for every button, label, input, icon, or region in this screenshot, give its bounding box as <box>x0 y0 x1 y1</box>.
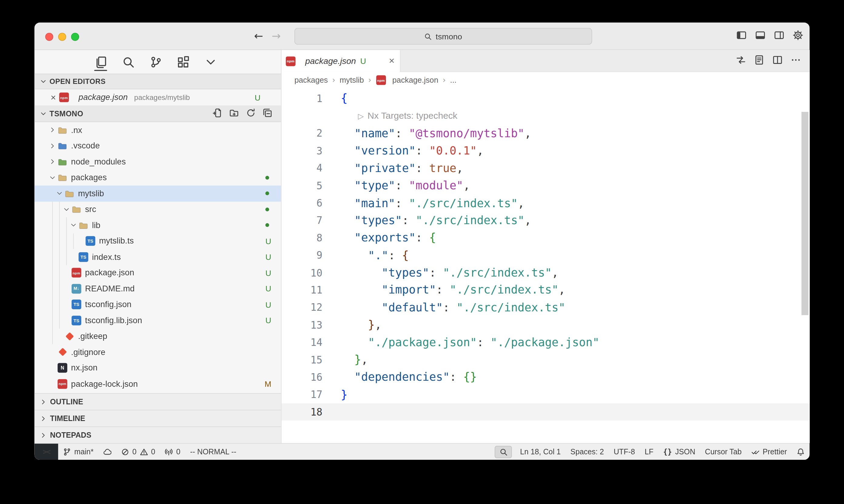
chevron-right-icon[interactable] <box>47 142 57 149</box>
toggle-secondary-sidebar-button[interactable] <box>774 30 784 42</box>
tab-package-json[interactable]: npm package.json U × <box>282 50 400 72</box>
scrollbar[interactable] <box>802 112 809 315</box>
code-editor[interactable]: 1{▷Nx Targets: typecheck2 "name": "@tsmo… <box>282 88 810 443</box>
close-button[interactable] <box>45 32 53 41</box>
status-cursor-position[interactable]: Ln 18, Col 1 <box>515 444 566 460</box>
code-line-11[interactable]: 11 "import": "./src/index.ts", <box>282 282 810 299</box>
code-line-14[interactable]: 14 "./package.json": "./package.json" <box>282 334 810 352</box>
forward-icon[interactable]: → <box>272 30 281 43</box>
status-ports[interactable]: 0 <box>160 444 185 460</box>
status-encoding[interactable]: UTF-8 <box>609 444 640 460</box>
explorer-header[interactable]: TSMONO <box>35 105 281 122</box>
settings-button[interactable] <box>793 30 803 42</box>
code-line-5[interactable]: 5 "type": "module", <box>282 177 810 195</box>
code-line-15[interactable]: 15 }, <box>282 351 810 368</box>
close-tab-icon[interactable]: × <box>389 55 395 67</box>
tree-item--gitkeep[interactable]: .gitkeep <box>35 328 281 344</box>
code-line-8[interactable]: 8 "exports": { <box>282 229 810 247</box>
open-editor-item[interactable]: × npm package.json packages/mytslib U <box>35 89 281 105</box>
tree-item-package-lock-json[interactable]: npmpackage-lock.jsonM <box>35 376 281 392</box>
tree-item-readme-md[interactable]: M↓README.mdU <box>35 281 281 296</box>
toggle-primary-sidebar-button[interactable] <box>736 30 747 42</box>
tree-item-index-ts[interactable]: TSindex.tsU <box>35 249 281 265</box>
code-line-16[interactable]: 16 "dependencies": {} <box>282 368 810 386</box>
tree-item-tsconfig-json[interactable]: TStsconfig.jsonU <box>35 296 281 312</box>
chevron-right-icon[interactable] <box>47 158 57 165</box>
tree-item--vscode[interactable]: .vscode <box>35 138 281 154</box>
code-line-18[interactable]: 18 <box>282 403 810 421</box>
code-line-12[interactable]: 12 "default": "./src/index.ts" <box>282 299 810 317</box>
code-line-9[interactable]: 9 ".": { <box>282 247 810 264</box>
status-publish-changes[interactable] <box>99 444 116 460</box>
chevron-down-icon[interactable] <box>54 190 64 197</box>
tree-item-package-json[interactable]: npmpackage.jsonU <box>35 265 281 281</box>
tree-item-node-modules[interactable]: node_modules <box>35 154 281 169</box>
section-outline[interactable]: OUTLINE <box>35 393 281 410</box>
status-formatter[interactable]: Prettier <box>746 444 792 460</box>
tree-item--nx[interactable]: .nx <box>35 122 281 138</box>
breadcrumb-item-package-json[interactable]: npmpackage.json <box>376 75 438 85</box>
tree-item--gitignore[interactable]: .gitignore <box>35 344 281 360</box>
status-vim-mode[interactable]: -- NORMAL -- <box>185 444 241 460</box>
tree-item-nx-json[interactable]: Nnx.json <box>35 360 281 376</box>
chevron-right-icon[interactable] <box>47 127 57 133</box>
tree-item-tsconfig-lib-json[interactable]: TStsconfig.lib.jsonU <box>35 312 281 328</box>
code-line-13[interactable]: 13 }, <box>282 316 810 334</box>
section-notepads[interactable]: NOTEPADS <box>35 427 281 443</box>
code-line-1[interactable]: 1{ <box>282 90 810 108</box>
close-editor-icon[interactable]: × <box>51 93 56 102</box>
chevron-down-icon[interactable] <box>61 206 71 213</box>
code-line-6[interactable]: 6 "main": "./src/index.ts", <box>282 195 810 212</box>
status-remote-indicator[interactable]: >< <box>35 444 58 460</box>
tree-item-packages[interactable]: packages <box>35 169 281 185</box>
status-eol[interactable]: LF <box>640 444 658 460</box>
tree-item-mytslib[interactable]: mytslib <box>35 186 281 201</box>
collapse-folders-button[interactable] <box>262 108 272 119</box>
new-folder-button[interactable] <box>229 108 239 119</box>
toggle-panel-button[interactable] <box>755 30 765 42</box>
section-timeline[interactable]: TIMELINE <box>35 410 281 427</box>
zoom-button[interactable] <box>71 32 79 41</box>
activity-search[interactable] <box>121 52 135 71</box>
more-icon <box>791 55 801 65</box>
command-center-search[interactable]: tsmono <box>294 28 592 44</box>
status-cursor-tab[interactable]: Cursor Tab <box>700 444 746 460</box>
refresh-explorer-button[interactable] <box>246 108 256 119</box>
code-line-3[interactable]: 3 "version": "0.0.1", <box>282 142 810 160</box>
compare-changes-icon[interactable] <box>736 55 746 67</box>
chevron-down-icon[interactable] <box>68 222 78 229</box>
split-editor-icon[interactable] <box>773 55 783 67</box>
breadcrumb-item--[interactable]: ... <box>450 76 456 84</box>
status-language-mode[interactable]: {}JSON <box>658 444 700 460</box>
code-line-4[interactable]: 4 "private": true, <box>282 160 810 177</box>
breadcrumb-item-mytslib[interactable]: mytslib <box>340 76 364 84</box>
status-notifications[interactable] <box>792 444 810 460</box>
ts-icon: TS <box>71 316 82 325</box>
new-file-button[interactable] <box>212 108 222 119</box>
status-indentation[interactable]: Spaces: 2 <box>566 444 609 460</box>
code-line-10[interactable]: 10 "types": "./src/index.ts", <box>282 264 810 282</box>
tree-item-mytslib-ts[interactable]: TSmytslib.tsU <box>35 233 281 249</box>
activity-additional-views[interactable] <box>203 52 217 71</box>
code-line-7[interactable]: 7 "types": "./src/index.ts", <box>282 212 810 229</box>
breadcrumb-item-packages[interactable]: packages <box>294 76 328 84</box>
status-git-branch[interactable]: main* <box>58 444 99 460</box>
more-actions-icon[interactable] <box>791 55 801 67</box>
git-status-badge: U <box>265 252 271 262</box>
tree-item-lib[interactable]: lib <box>35 217 281 233</box>
minimize-button[interactable] <box>58 32 66 41</box>
activity-extensions[interactable] <box>176 52 190 71</box>
back-icon[interactable]: ← <box>254 30 263 43</box>
line-number: 13 <box>282 319 323 330</box>
open-editors-header[interactable]: OPEN EDITORS <box>35 74 281 89</box>
tree-item-src[interactable]: src <box>35 201 281 217</box>
code-line-17[interactable]: 17} <box>282 386 810 403</box>
status-screencast-zoom[interactable] <box>495 446 512 458</box>
open-changes-icon[interactable] <box>754 55 764 67</box>
status-problems[interactable]: 00 <box>116 444 160 460</box>
activity-explorer[interactable] <box>94 52 108 71</box>
code-line-2[interactable]: 2 "name": "@tsmono/mytslib", <box>282 125 810 142</box>
activity-source-control[interactable] <box>149 52 162 71</box>
codelens[interactable]: ▷Nx Targets: typecheck <box>282 107 810 125</box>
chevron-down-icon[interactable] <box>47 174 57 181</box>
